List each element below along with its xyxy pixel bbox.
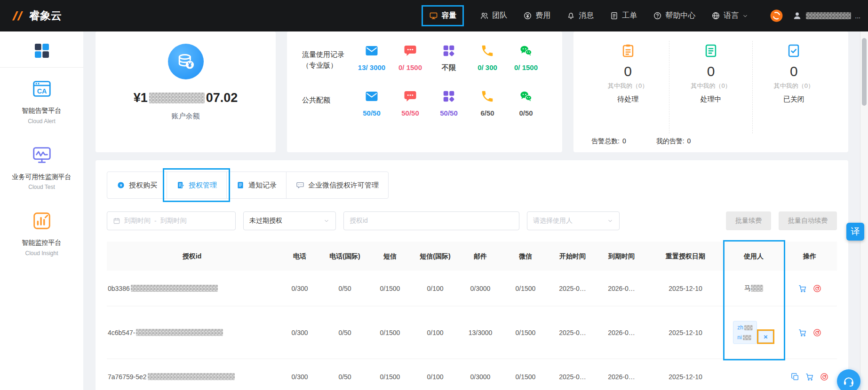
app-logo[interactable]: 睿象云 xyxy=(0,8,100,23)
auth-id-input[interactable]: 授权id xyxy=(343,211,519,230)
usage-value: 不限 xyxy=(430,63,468,72)
authorization-panel: ¥授权购买授权管理通知记录企业微信授权许可管理 到期时间 - 到期时间 未过期授… xyxy=(96,160,848,390)
alert-mine: 其中我的（0） xyxy=(669,82,752,90)
mail-icon xyxy=(365,44,379,58)
nav-item-help-center[interactable]: 帮助中心 xyxy=(653,11,695,21)
cell-end-time: 2026-0… xyxy=(597,373,646,381)
assigned-user-tag[interactable]: zhni xyxy=(733,321,757,344)
nav-item-team[interactable]: 团队 xyxy=(480,11,507,21)
sidebar-item-cloud-insight[interactable]: 智能监控平台Cloud Insight xyxy=(0,200,83,266)
scrollbar-thumb[interactable] xyxy=(862,38,867,106)
table-row: 0b33860/3000/500/15000/1000/30000/150020… xyxy=(107,271,837,306)
phone-icon xyxy=(480,89,494,103)
usage-value: 0/50 xyxy=(507,109,545,117)
cell-ops xyxy=(782,284,837,293)
cell-ops xyxy=(782,372,837,382)
batch-renew-button[interactable]: 批量续费 xyxy=(726,211,771,230)
usage-row-label: 流量使用记录（专业版） xyxy=(302,44,352,70)
nav-item-label: 团队 xyxy=(492,11,507,21)
cell-auth-id: 7a76759-5e2 xyxy=(107,373,277,381)
nav-item-label: 语言 xyxy=(724,11,739,21)
cell-mail: 13/3000 xyxy=(458,329,503,336)
batch-auto-renew-button[interactable]: 批量自动续费 xyxy=(779,211,837,230)
nav-item-label: 消息 xyxy=(579,11,594,21)
nav-item-label: 工单 xyxy=(622,11,637,21)
auto-renew-icon[interactable] xyxy=(812,284,822,293)
copy-icon[interactable] xyxy=(790,372,800,382)
nav-item-label: 费用 xyxy=(535,11,550,21)
nav-item-ticket[interactable]: 工单 xyxy=(610,11,637,21)
sidebar-item-subtitle: Cloud Insight xyxy=(4,250,80,257)
alert-status: 待处理 xyxy=(587,95,669,104)
nav-item-label: 帮助中心 xyxy=(665,11,695,21)
tab-auth-buy[interactable]: ¥授权购买 xyxy=(107,172,167,198)
wecom-icon xyxy=(296,181,304,189)
sidebar-item-cloud-test[interactable]: 业务可用性监测平台Cloud Test xyxy=(0,134,83,200)
cell-user: zhni× xyxy=(725,321,782,344)
brand-orb-icon[interactable] xyxy=(769,8,784,23)
table-body: 0b33860/3000/500/15000/1000/30000/150020… xyxy=(107,271,837,390)
balance-amount-suffix: 07.02 xyxy=(206,91,238,105)
cell-auth-id: 0b3386 xyxy=(107,285,277,292)
nav-item-message[interactable]: 消息 xyxy=(566,11,594,21)
date-separator: - xyxy=(154,217,157,225)
usage-app-quota: 50/50 xyxy=(430,89,468,117)
wechat-icon xyxy=(519,44,533,58)
cart-icon[interactable] xyxy=(798,284,807,293)
user-menu[interactable]: ... xyxy=(792,11,860,21)
tab-notice-record[interactable]: 通知记录 xyxy=(226,172,286,198)
translate-button[interactable]: 译 xyxy=(846,223,864,241)
sidebar-item-cloud-alert[interactable]: CA智能告警平台Cloud Alert xyxy=(0,68,83,134)
expiry-date-range-picker[interactable]: 到期时间 - 到期时间 xyxy=(107,211,236,230)
alert-count: 0 xyxy=(753,63,835,79)
auto-renew-icon[interactable] xyxy=(812,328,822,337)
usage-row: 流量使用记录（专业版）13/ 30000/ 1500不限0/ 3000/ 150… xyxy=(302,44,547,72)
cart-icon[interactable] xyxy=(805,372,814,382)
usage-value: 50/50 xyxy=(352,109,391,117)
cloud-insight-icon xyxy=(4,210,80,234)
cell-start-time: 2025-0… xyxy=(548,285,597,292)
redacted-text xyxy=(743,335,751,340)
cell-start-time: 2025-0… xyxy=(548,373,597,381)
usage-rows: 流量使用记录（专业版）13/ 30000/ 1500不限0/ 3000/ 150… xyxy=(302,44,547,117)
user-filter-select[interactable]: 请选择使用人 xyxy=(527,211,620,230)
redacted-user-name xyxy=(751,285,763,292)
nav-item-language[interactable]: 语言 xyxy=(711,11,749,21)
logo-icon xyxy=(10,9,24,23)
cell-phone-intl: 0/50 xyxy=(322,285,367,292)
balance-amount-prefix: ¥1 xyxy=(134,91,148,105)
tab-wecom-auth[interactable]: 企业微信授权许可管理 xyxy=(286,172,388,198)
cell-end-time: 2026-0… xyxy=(597,329,646,336)
sms-icon xyxy=(403,89,417,103)
sidebar: CA智能告警平台Cloud Alert业务可用性监测平台Cloud Test智能… xyxy=(0,31,83,390)
auth-status-select[interactable]: 未过期授权 xyxy=(243,211,336,230)
usage-mail-quota: 13/ 3000 xyxy=(352,44,391,72)
cell-ops xyxy=(782,328,837,337)
top-nav: 容量团队费用消息工单帮助中心语言 xyxy=(422,5,749,26)
nav-item-fee[interactable]: 费用 xyxy=(523,11,550,21)
user-name: 马 xyxy=(744,284,751,292)
headset-icon xyxy=(842,374,855,388)
main-content: ¥ ¥1 07.02 账户余额 流量使用记录（专业版）13/ 30000/ 15… xyxy=(83,31,868,390)
support-chat-button[interactable] xyxy=(837,369,860,390)
user-filter-placeholder: 请选择使用人 xyxy=(533,217,573,225)
summary-cards-row: ¥ ¥1 07.02 账户余额 流量使用记录（专业版）13/ 30000/ 15… xyxy=(96,31,848,152)
alert-stat-pending: 0其中我的（0）待处理 xyxy=(587,41,669,133)
redacted-auth-id xyxy=(136,329,223,336)
date-end-placeholder: 到期时间 xyxy=(160,217,187,225)
usage-value: 50/50 xyxy=(430,109,468,117)
cart-icon[interactable] xyxy=(798,328,807,337)
cell-reset-date: 2025-12-10 xyxy=(646,285,725,292)
remove-user-button[interactable]: × xyxy=(758,331,773,343)
auto-renew-icon[interactable] xyxy=(820,372,829,382)
apps-grid-icon[interactable] xyxy=(32,41,52,61)
topbar-right: ... xyxy=(769,8,868,23)
alert-status: 处理中 xyxy=(669,95,752,104)
nav-item-capacity[interactable]: 容量 xyxy=(422,5,464,26)
col-sms-intl: 短信(国际) xyxy=(413,251,458,261)
page-scrollbar[interactable] xyxy=(860,31,868,390)
cell-auth-id: 4c6b547- xyxy=(107,329,277,336)
col-auth-id: 授权id xyxy=(107,251,277,261)
alert-mine: 其中我的（0） xyxy=(587,82,669,90)
tab-auth-manage[interactable]: 授权管理 xyxy=(167,172,226,198)
